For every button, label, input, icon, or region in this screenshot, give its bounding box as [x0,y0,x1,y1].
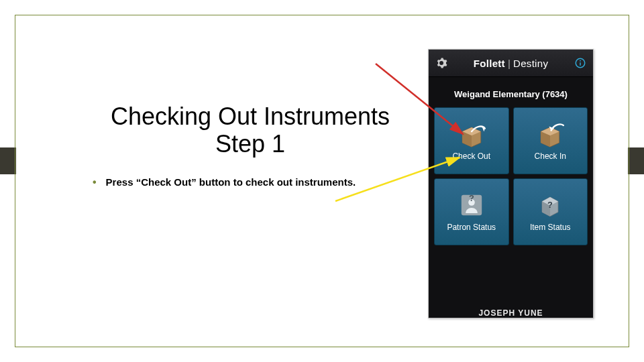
title-line-1: Checking Out Instruments [111,103,390,130]
tile-check-in[interactable]: Check In [513,107,588,174]
slide-frame: Checking Out Instruments Step 1 • Press … [15,15,629,347]
tile-item-status-label: Item Status [530,223,571,232]
brand-separator: | [508,58,511,69]
tile-check-out-label: Check Out [452,152,490,161]
brand-sub: Destiny [513,58,548,69]
box-out-icon [456,121,487,147]
school-name: Weigand Elementary (7634) [429,77,593,107]
bullet-dot-icon: • [93,176,97,188]
decor-tab-right [628,147,644,174]
patron-icon: ? [456,192,487,219]
info-icon[interactable] [574,57,586,69]
bullet-1: • Press “Check Out” button to check out … [93,176,356,188]
tile-patron-status[interactable]: ? Patron Status [434,178,509,245]
tile-patron-status-label: Patron Status [447,223,496,232]
tile-check-in-label: Check In [535,152,566,161]
phone-screenshot: Follett | Destiny Weigand Elementary (76… [428,49,594,318]
svg-text:?: ? [547,200,553,210]
decor-tab-left [0,147,16,174]
bullet-1-text: Press “Check Out” button to check out in… [106,176,356,188]
tile-item-status[interactable]: ? Item Status [513,178,588,245]
tile-check-out[interactable]: Check Out [434,107,509,174]
item-icon: ? [535,192,566,219]
svg-text:?: ? [469,193,474,203]
box-in-icon [535,121,566,147]
app-header: Follett | Destiny [429,50,593,77]
logged-in-user: JOSEPH YUNE [429,306,593,318]
title-line-2: Step 1 [215,130,285,158]
gear-icon[interactable] [435,57,447,69]
svg-point-2 [580,60,581,62]
tile-grid: Check Out Check In [429,107,593,245]
brand-main: Follett [474,58,505,69]
slide-title: Checking Out Instruments Step 1 [83,103,418,158]
